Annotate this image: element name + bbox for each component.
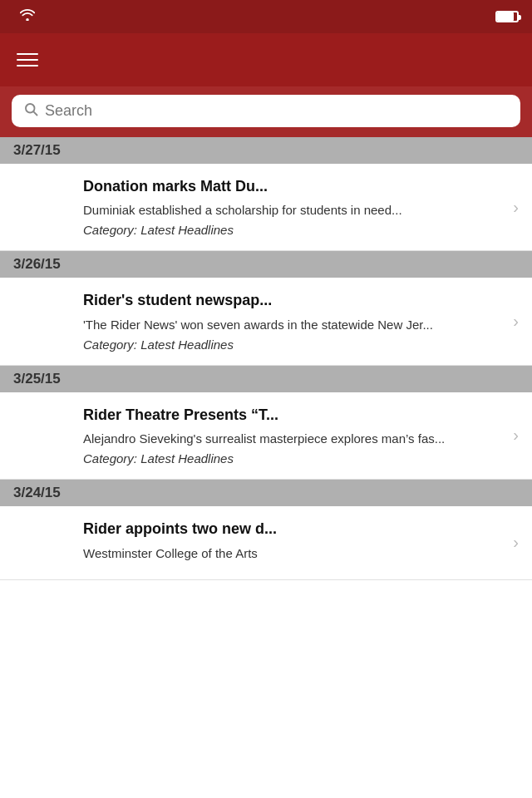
search-icon [23, 101, 38, 121]
date-header: 3/24/15 [0, 480, 532, 506]
news-summary: 'The Rider News' won seven awards in the… [83, 316, 505, 333]
news-content: Donation marks Matt Du...Duminiak establ… [83, 177, 505, 237]
nav-bar [0, 33, 532, 86]
news-item[interactable]: Rider Theatre Presents “T...Alejandro Si… [0, 392, 532, 480]
news-item[interactable]: Rider appoints two new d...Westminster C… [0, 506, 532, 579]
news-category: Category: Latest Headlines [83, 451, 505, 466]
svg-line-1 [33, 111, 37, 115]
search-container [0, 86, 532, 137]
search-input-wrap [12, 95, 520, 127]
wifi-icon [20, 9, 35, 24]
menu-button[interactable] [17, 53, 38, 66]
chevron-right-icon: › [513, 312, 519, 331]
news-list: 3/27/15Donation marks Matt Du...Duminiak… [0, 137, 532, 580]
news-content: Rider appoints two new d...Westminster C… [83, 520, 505, 565]
news-content: Rider's student newspap...'The Rider New… [83, 291, 505, 351]
news-item[interactable]: Donation marks Matt Du...Duminiak establ… [0, 164, 532, 251]
date-header: 3/26/15 [0, 251, 532, 278]
news-title: Rider Theatre Presents “T... [83, 406, 505, 425]
date-header: 3/25/15 [0, 366, 532, 392]
chevron-right-icon: › [513, 426, 519, 445]
news-title: Rider's student newspap... [83, 291, 505, 310]
status-right [495, 11, 519, 22]
news-title: Rider appoints two new d... [83, 520, 505, 539]
status-left [13, 9, 35, 24]
news-summary: Alejandro Sieveking's surrealist masterp… [83, 430, 505, 447]
search-input[interactable] [45, 102, 509, 120]
news-title: Donation marks Matt Du... [83, 177, 505, 196]
news-item[interactable]: Rider's student newspap...'The Rider New… [0, 278, 532, 365]
news-category: Category: Latest Headlines [83, 337, 505, 352]
news-category: Category: Latest Headlines [83, 223, 505, 237]
news-summary: Westminster College of the Arts [83, 544, 505, 562]
battery-icon [495, 11, 519, 22]
news-summary: Duminiak established a scholarship for s… [83, 201, 505, 219]
chevron-right-icon: › [513, 198, 519, 217]
date-header: 3/27/15 [0, 137, 532, 164]
status-bar [0, 0, 532, 33]
news-content: Rider Theatre Presents “T...Alejandro Si… [83, 406, 505, 466]
chevron-right-icon: › [513, 533, 519, 552]
